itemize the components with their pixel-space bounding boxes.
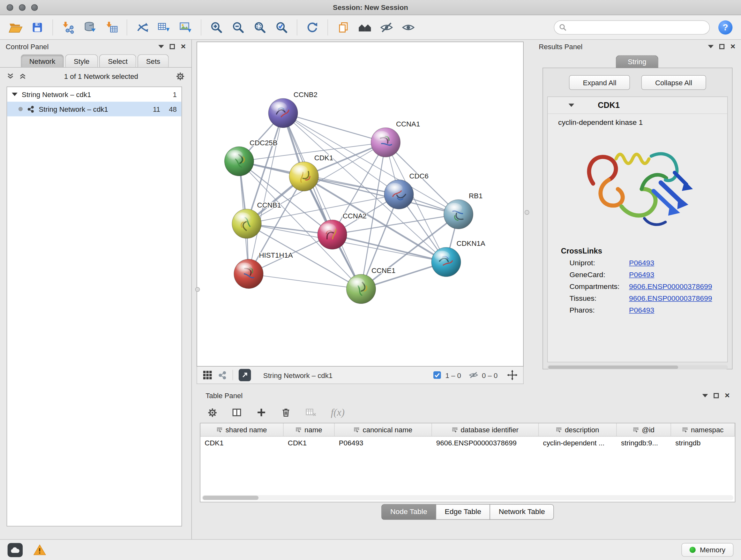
cloud-status-button[interactable] [8, 543, 23, 557]
import-network-from-file-button[interactable] [58, 17, 78, 37]
network-node[interactable]: CDK1 [289, 154, 333, 191]
minimize-window-button[interactable] [19, 4, 25, 11]
crosslink-link-compartments[interactable]: 9606.ENSP00000378699 [629, 282, 712, 291]
network-edge[interactable] [332, 235, 446, 262]
network-node[interactable]: HIST1H1A [234, 251, 293, 288]
splitter-handle[interactable] [195, 287, 200, 292]
collapse-all-icon[interactable] [7, 72, 14, 80]
node-label: CCNA2 [343, 212, 367, 220]
function-builder-button[interactable]: f(x) [331, 407, 345, 418]
save-session-button[interactable] [27, 17, 47, 37]
network-edge[interactable] [249, 274, 361, 289]
zoom-fit-button[interactable] [250, 17, 270, 37]
collection-expand-icon[interactable] [12, 92, 17, 96]
network-node[interactable]: CCNA1 [371, 120, 420, 157]
delete-column-trash-icon[interactable] [281, 407, 291, 418]
help-button[interactable]: ? [718, 20, 732, 34]
network-row-selected[interactable]: String Network – cdk1 11 48 [7, 102, 181, 117]
scrollbar-thumb[interactable] [203, 496, 259, 500]
gene-collapse-icon[interactable] [569, 104, 575, 107]
tab-style[interactable]: Style [65, 54, 98, 67]
network-edge[interactable] [283, 113, 386, 142]
documents-button[interactable] [333, 17, 353, 37]
tab-select[interactable]: Select [99, 54, 136, 67]
tab-network-table[interactable]: Network Table [490, 504, 554, 519]
tab-string[interactable]: String [616, 55, 658, 68]
import-table-from-file-button[interactable] [102, 17, 121, 37]
results-panel-float-button[interactable] [720, 44, 725, 49]
export-table-button[interactable] [154, 17, 174, 37]
search-input[interactable] [570, 23, 704, 31]
expand-all-icon[interactable] [19, 72, 26, 80]
column-header[interactable]: namespac [671, 423, 735, 436]
show-graphics-details-button[interactable] [398, 17, 418, 37]
gear-icon[interactable] [176, 71, 185, 80]
column-header[interactable]: @id [617, 423, 671, 436]
zoom-selected-button[interactable] [272, 17, 292, 37]
tab-sets[interactable]: Sets [138, 54, 169, 67]
network-node[interactable]: CDC6 [384, 172, 428, 209]
pan-crosshair-icon[interactable] [507, 370, 518, 380]
column-header[interactable]: name [284, 423, 335, 436]
grid-view-icon[interactable] [203, 370, 212, 380]
scrollbar-thumb[interactable] [548, 366, 678, 369]
crosslink-link-uniprot[interactable]: P06493 [629, 259, 654, 267]
network-collection-row[interactable]: String Network – cdk1 1 [7, 87, 181, 102]
crosslink-link-pharos[interactable]: P06493 [629, 306, 654, 314]
collapse-all-button[interactable]: Collapse All [642, 75, 706, 90]
network-node[interactable]: CCNB1 [232, 201, 281, 238]
double-home-button[interactable] [355, 17, 375, 37]
tab-network[interactable]: Network [21, 54, 64, 67]
show-columns-icon[interactable] [232, 407, 242, 418]
network-canvas[interactable]: CCNB2CCNA1CDC25BCDK1CDC6RB1CCNB1CCNA2CDK… [197, 42, 524, 367]
column-header[interactable]: shared name [200, 423, 284, 436]
table-panel-float-button[interactable] [714, 393, 719, 398]
network-edge[interactable] [249, 113, 283, 274]
results-panel-menu-button[interactable] [708, 45, 714, 48]
memory-button[interactable]: Memory [681, 543, 733, 557]
column-header[interactable]: database identifier [432, 423, 539, 436]
zoom-out-button[interactable] [228, 17, 248, 37]
results-horizontal-scrollbar[interactable] [547, 365, 728, 369]
add-column-plus-icon[interactable] [256, 407, 267, 418]
column-header[interactable]: description [539, 423, 616, 436]
table-panel-menu-button[interactable] [702, 394, 708, 397]
crosslinks-title: CrossLinks [561, 247, 727, 255]
selected-checkbox-icon[interactable] [433, 371, 442, 379]
detach-view-button[interactable] [239, 369, 251, 381]
control-panel-menu-button[interactable] [158, 45, 164, 48]
control-panel-close-button[interactable]: × [181, 42, 186, 51]
hide-graphics-details-button[interactable] [377, 17, 396, 37]
splitter-handle[interactable] [525, 210, 529, 215]
table-settings-gear-icon[interactable] [207, 408, 217, 417]
tab-edge-table[interactable]: Edge Table [435, 504, 490, 519]
table-panel-close-button[interactable]: × [725, 391, 730, 400]
share-view-icon[interactable] [218, 371, 227, 380]
warning-icon[interactable] [33, 544, 46, 556]
network-node[interactable]: CDKN1A [431, 240, 485, 276]
export-network-button[interactable] [132, 17, 152, 37]
control-panel-float-button[interactable] [170, 44, 175, 49]
hidden-eye-slash-icon[interactable] [468, 370, 478, 380]
import-network-from-database-button[interactable] [80, 17, 99, 37]
column-header[interactable]: canonical name [334, 423, 432, 436]
table-row[interactable]: CDK1 CDK1 P06493 9606.ENSP00000378699 cy… [200, 436, 735, 449]
open-session-button[interactable] [6, 17, 25, 37]
apply-preferred-layout-button[interactable] [302, 17, 322, 37]
close-window-button[interactable] [7, 4, 13, 11]
crosslink-link-tissues[interactable]: 9606.ENSP00000378699 [629, 294, 712, 303]
zoom-window-button[interactable] [31, 4, 38, 11]
table-horizontal-scrollbar[interactable] [202, 495, 733, 500]
cell-canonical-name: P06493 [334, 439, 432, 447]
expand-all-button[interactable]: Expand All [569, 75, 630, 90]
network-selection-row: 1 of 1 Network selected [0, 68, 192, 84]
node-label: CCNB2 [293, 91, 318, 99]
tab-node-table[interactable]: Node Table [381, 504, 436, 519]
zoom-in-button[interactable] [206, 17, 226, 37]
results-panel-close-button[interactable]: × [731, 42, 736, 51]
crosslink-link-genecard[interactable]: P06493 [629, 270, 654, 279]
network-node[interactable]: RB1 [444, 192, 483, 229]
export-image-button[interactable] [176, 17, 196, 37]
network-node[interactable]: CCNB2 [268, 91, 318, 128]
network-edge[interactable] [283, 113, 361, 289]
